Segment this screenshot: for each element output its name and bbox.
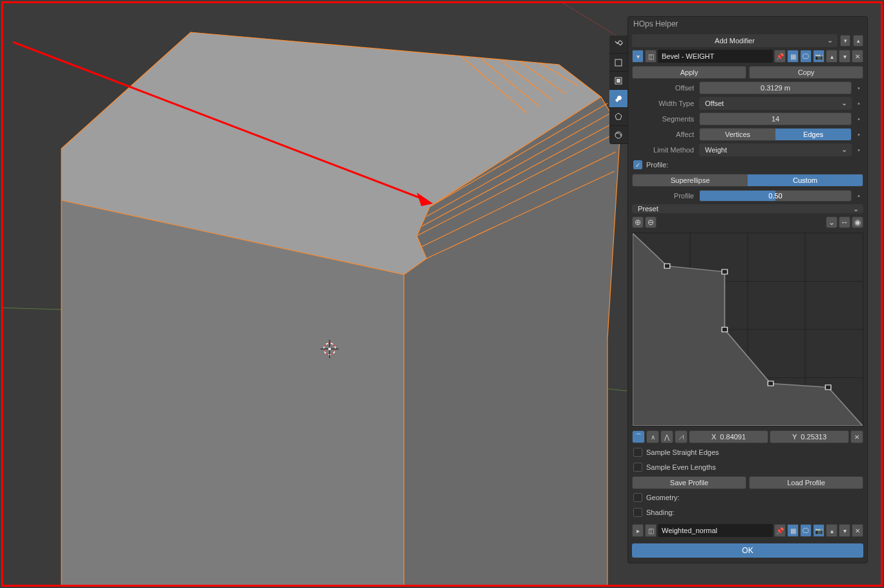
save-profile-button[interactable]: Save Profile — [632, 476, 746, 489]
handle-free[interactable]: ⩘ — [675, 430, 688, 443]
delete-icon[interactable]: ✕ — [852, 50, 863, 63]
svg-rect-25 — [722, 269, 728, 274]
tab-vertex[interactable] — [609, 108, 627, 126]
affect-toggle: Vertices Edges — [699, 128, 852, 141]
wn-pin-icon[interactable]: 📌 — [774, 524, 786, 537]
wn-delete-icon[interactable]: ✕ — [852, 524, 863, 537]
mesh-object[interactable] — [61, 32, 620, 585]
zoom-out-icon[interactable]: ⊖ — [645, 216, 657, 228]
affect-vertices[interactable]: Vertices — [700, 129, 775, 140]
profile-chk-label: Profile: — [646, 161, 668, 169]
apply-button[interactable]: Apply — [632, 66, 746, 79]
svg-rect-26 — [722, 327, 728, 331]
wn-realtime-icon[interactable]: 🖵 — [800, 524, 812, 537]
preset-dropdown[interactable]: Preset — [632, 204, 863, 213]
tab-modifiers[interactable] — [609, 90, 627, 108]
keyframe-dot[interactable]: • — [854, 84, 863, 92]
tab-material[interactable] — [609, 126, 627, 144]
sample-straight-checkbox[interactable] — [633, 448, 642, 457]
wn-up-icon[interactable]: ▴ — [826, 524, 837, 537]
pin-icon[interactable]: 📌 — [774, 50, 786, 63]
load-profile-button[interactable]: Load Profile — [749, 476, 863, 489]
wn-edit-icon[interactable]: ▦ — [787, 524, 799, 537]
bevel-icon: ◫ — [645, 50, 657, 63]
shading-label: Shading: — [646, 509, 674, 516]
shading-checkbox[interactable] — [633, 508, 642, 517]
mod-move-up[interactable]: ▴ — [853, 35, 863, 47]
zoom-in-icon[interactable]: ⊕ — [632, 216, 644, 228]
clip-icon[interactable]: ↔ — [839, 216, 850, 228]
svg-rect-14 — [615, 59, 622, 66]
widthtype-label: Width Type — [632, 100, 697, 107]
profile-custom[interactable]: Custom — [748, 174, 863, 186]
mod-move-down[interactable]: ▾ — [840, 35, 850, 47]
widthtype-field[interactable]: Offset — [699, 97, 852, 110]
tab-view[interactable] — [609, 72, 627, 90]
svg-rect-16 — [616, 79, 620, 83]
profile-type-toggle: Superellipse Custom — [632, 174, 863, 187]
profile-slider[interactable]: 0.50 — [699, 190, 852, 202]
svg-rect-24 — [664, 264, 670, 268]
modifier-header-wn: ▸ ◫ Weighted_normal 📌 ▦ 🖵 📷 ▴ ▾ ✕ — [632, 523, 863, 538]
svg-point-11 — [328, 348, 331, 350]
offset-field[interactable]: 0.3129 m — [699, 81, 852, 94]
wn-render-icon[interactable]: 📷 — [813, 524, 825, 537]
modifier-name[interactable]: Bevel - WEIGHT — [658, 50, 773, 63]
sample-even-checkbox[interactable] — [633, 463, 642, 472]
properties-tabs — [609, 36, 627, 144]
geometry-checkbox[interactable] — [633, 493, 642, 502]
profile-superellipse[interactable]: Superellipse — [633, 174, 748, 186]
wn-down-icon[interactable]: ▾ — [839, 524, 850, 537]
sample-even-label: Sample Even Lengths — [646, 463, 716, 471]
panel-title: HOps Helper — [628, 17, 867, 31]
handle-align[interactable]: ⋀ — [660, 430, 673, 443]
profile-checkbox[interactable]: ✓ — [633, 160, 642, 169]
offset-label: Offset — [632, 84, 697, 92]
handle-auto[interactable]: ⌒ — [632, 430, 645, 443]
limit-label: Limit Method — [632, 146, 697, 154]
affect-edges[interactable]: Edges — [775, 129, 851, 140]
tab-render[interactable] — [609, 54, 627, 72]
copy-button[interactable]: Copy — [749, 66, 863, 79]
move-down-icon[interactable]: ▾ — [839, 50, 850, 63]
wn-name[interactable]: Weighted_normal — [658, 524, 773, 537]
delete-point[interactable]: ✕ — [850, 430, 863, 443]
render-icon[interactable]: 📷 — [813, 50, 825, 63]
segments-label: Segments — [632, 115, 697, 123]
geometry-label: Geometry: — [646, 494, 679, 501]
curve-y-field[interactable]: Y 0.25313 — [770, 430, 849, 443]
move-up-icon[interactable]: ▴ — [826, 50, 837, 63]
wn-icon: ◫ — [645, 524, 657, 537]
wn-expand-icon[interactable]: ▸ — [632, 524, 644, 537]
svg-rect-28 — [825, 385, 831, 390]
svg-rect-27 — [768, 381, 774, 386]
curve-x-field[interactable]: X 0.84091 — [689, 430, 768, 443]
hops-helper-panel: HOps Helper Add Modifier ▾ ▴ ▾ ◫ Bevel -… — [627, 16, 868, 563]
tools-icon[interactable]: ⌄ — [826, 216, 837, 228]
segments-field[interactable]: 14 — [699, 112, 852, 125]
limit-field[interactable]: Weight — [699, 143, 852, 156]
handle-vector[interactable]: ∧ — [646, 430, 659, 443]
realtime-icon[interactable]: 🖵 — [800, 50, 812, 63]
add-modifier-dropdown[interactable]: Add Modifier — [632, 34, 837, 47]
edit-mode-icon[interactable]: ▦ — [787, 50, 799, 63]
profile-label: Profile — [632, 192, 697, 200]
profile-curve-editor[interactable] — [632, 233, 863, 426]
affect-label: Affect — [632, 131, 697, 138]
sample-straight-label: Sample Straight Edges — [646, 448, 719, 456]
dot-icon[interactable]: ◉ — [852, 216, 863, 228]
tab-tool[interactable] — [609, 36, 627, 54]
modifier-header-bevel: ▾ ◫ Bevel - WEIGHT 📌 ▦ 🖵 📷 ▴ ▾ ✕ — [632, 49, 863, 63]
expand-icon[interactable]: ▾ — [632, 50, 644, 63]
ok-button[interactable]: OK — [632, 543, 863, 558]
3d-viewport[interactable] — [3, 3, 627, 585]
